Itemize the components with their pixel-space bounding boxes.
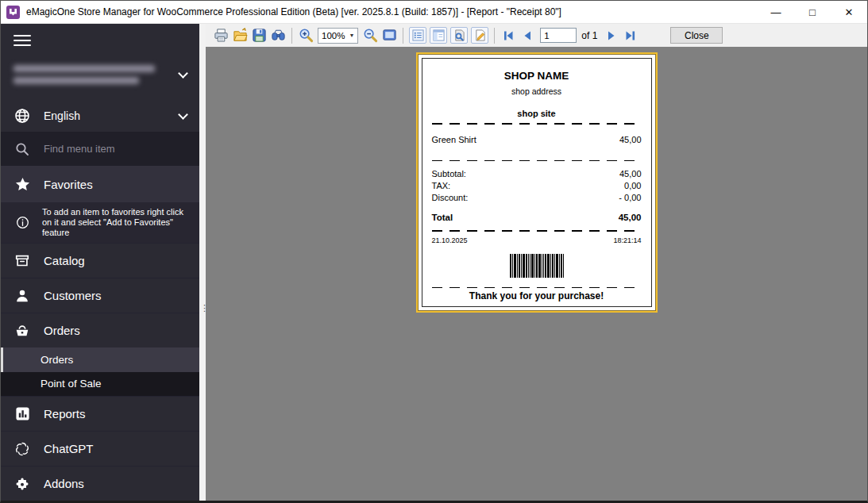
window-title: eMagicOne Store Manager for WooCommerce … — [26, 6, 758, 17]
total-label: Total — [432, 213, 453, 222]
hamburger-menu-icon[interactable] — [14, 32, 31, 49]
previous-page-button[interactable] — [518, 26, 537, 45]
sidebar-item-customers[interactable]: Customers — [1, 278, 199, 313]
report-preview-area: SHOP NAME shop address shop site Green S… — [206, 47, 867, 501]
sidebar-subitem-label: Orders — [41, 354, 73, 366]
receipt-time: 18:21:14 — [613, 236, 641, 244]
save-button[interactable] — [249, 26, 268, 45]
store-selector[interactable] — [1, 49, 199, 100]
edit-page-button[interactable] — [471, 27, 488, 44]
favorites-hint-text: To add an item to favorites right click … — [42, 207, 187, 238]
menu-search-input[interactable]: Find menu item — [1, 132, 199, 166]
puzzle-icon — [14, 476, 31, 492]
search-icon — [14, 142, 31, 156]
receipt-shop-site: shop site — [432, 109, 642, 118]
sidebar-item-favorites[interactable]: Favorites — [1, 166, 199, 202]
subtotal-label: Subtotal: — [432, 168, 466, 180]
globe-icon — [14, 108, 31, 124]
sidebar-item-addons[interactable]: Addons — [1, 466, 199, 501]
favorites-label: Favorites — [44, 178, 93, 191]
zoom-level-dropdown[interactable]: 100% ▼ — [318, 28, 358, 44]
sidebar-subitem-point-of-sale[interactable]: Point of Sale — [1, 372, 199, 397]
sidebar-item-label: Reports — [44, 407, 86, 420]
receipt-divider — [432, 160, 642, 162]
person-icon — [14, 288, 31, 304]
receipt-divider — [432, 123, 642, 125]
sidebar-splitter[interactable]: ⋮ — [199, 24, 206, 501]
receipt-shop-name: SHOP NAME — [432, 70, 642, 82]
thumbnails-panel-button[interactable] — [430, 27, 447, 44]
item-name: Green Shirt — [432, 135, 476, 144]
page-number-input[interactable] — [540, 28, 577, 43]
report-outline-button[interactable] — [409, 27, 426, 44]
receipt-date: 21.10.2025 — [432, 236, 468, 244]
sidebar-item-reports[interactable]: Reports — [1, 396, 199, 431]
sidebar-item-label: ChatGPT — [44, 442, 94, 455]
full-screen-button[interactable] — [380, 26, 399, 45]
sidebar-item-label: Orders — [44, 324, 80, 337]
report-toolbar: 100% ▼ — [206, 24, 867, 47]
info-icon — [14, 216, 31, 229]
close-report-button[interactable]: Close — [670, 27, 723, 44]
sidebar-item-catalog[interactable]: Catalog — [1, 243, 199, 278]
subtotal-value: 45,00 — [619, 168, 642, 180]
sidebar: English Find menu item Favorites — [1, 24, 199, 501]
discount-value: - 0,00 — [619, 192, 641, 204]
tax-label: TAX: — [432, 180, 451, 192]
search-placeholder: Find menu item — [44, 143, 115, 155]
tax-row: TAX: 0,00 — [432, 180, 642, 192]
page-count-label: of 1 — [581, 30, 597, 41]
report-properties-button[interactable] — [450, 27, 468, 44]
receipt-divider — [432, 287, 642, 289]
star-icon — [14, 177, 31, 192]
splitter-handle-icon: ⋮ — [200, 303, 208, 313]
favorites-hint-row: To add an item to favorites right click … — [1, 202, 199, 243]
store-name-redacted — [14, 60, 179, 89]
toolbar-separator — [403, 28, 403, 44]
sidebar-subitem-orders[interactable]: Orders — [1, 347, 199, 372]
last-page-button[interactable] — [621, 26, 640, 45]
language-selector[interactable]: English — [1, 100, 199, 132]
chevron-down-icon — [178, 68, 188, 79]
catalog-box-icon — [14, 253, 31, 269]
item-price: 45,00 — [619, 135, 642, 144]
sidebar-item-label: Customers — [44, 289, 102, 302]
discount-row: Discount: - 0,00 — [432, 192, 642, 204]
next-page-button[interactable] — [602, 26, 621, 45]
sidebar-subitem-label: Point of Sale — [41, 378, 102, 390]
total-row: Total 45,00 — [432, 213, 642, 222]
zoom-out-button[interactable] — [361, 26, 380, 45]
app-window: eMagicOne Store Manager for WooCommerce … — [0, 0, 868, 503]
basket-icon — [14, 323, 31, 339]
app-logo-icon — [6, 6, 20, 19]
subtotal-row: Subtotal: 45,00 — [432, 168, 642, 180]
first-page-button[interactable] — [499, 26, 518, 45]
toolbar-separator — [494, 28, 495, 44]
bar-chart-icon — [14, 406, 31, 421]
find-button[interactable] — [268, 26, 287, 45]
maximize-button[interactable]: □ — [794, 1, 831, 23]
sidebar-item-label: Addons — [44, 477, 84, 490]
receipt-paper: SHOP NAME shop address shop site Green S… — [422, 58, 652, 307]
sidebar-item-label: Catalog — [44, 254, 85, 267]
sidebar-item-orders[interactable]: Orders — [1, 313, 199, 347]
receipt-page[interactable]: SHOP NAME shop address shop site Green S… — [416, 52, 658, 313]
discount-label: Discount: — [432, 192, 469, 204]
zoom-in-button[interactable] — [296, 26, 315, 45]
chevron-down-icon — [178, 109, 188, 120]
zoom-level-value: 100% — [322, 31, 345, 40]
language-label: English — [44, 109, 179, 122]
tax-value: 0,00 — [624, 180, 641, 192]
receipt-item-row: Green Shirt 45,00 — [432, 135, 642, 144]
close-window-button[interactable]: ✕ — [831, 1, 867, 23]
print-button[interactable] — [211, 26, 230, 45]
receipt-shop-address: shop address — [432, 86, 642, 96]
total-value: 45,00 — [619, 213, 642, 222]
sidebar-item-chatgpt[interactable]: ChatGPT — [1, 431, 199, 466]
barcode — [432, 254, 642, 278]
datetime-row: 21.10.2025 18:21:14 — [432, 236, 642, 244]
title-bar: eMagicOne Store Manager for WooCommerce … — [1, 1, 867, 24]
thank-you-message: Thank you for your purchase! — [432, 290, 642, 301]
open-button[interactable] — [230, 26, 249, 45]
minimize-button[interactable]: — — [758, 1, 794, 23]
